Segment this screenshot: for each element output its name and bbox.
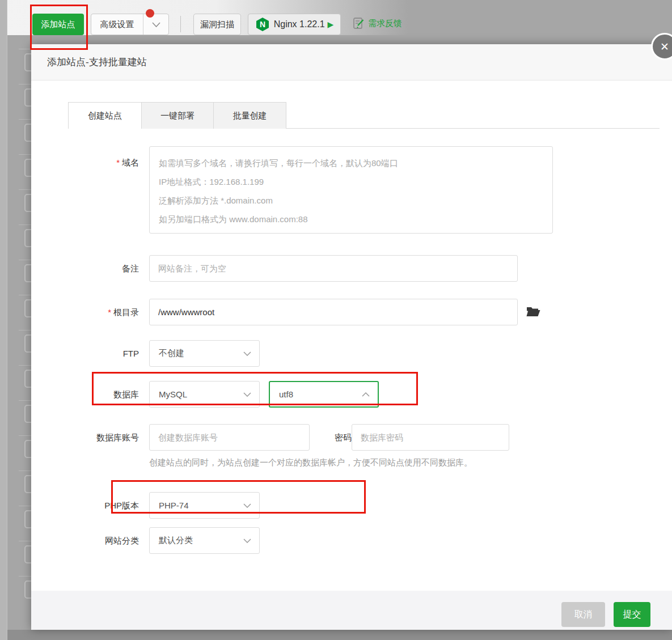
- feedback-link[interactable]: 需求反馈: [353, 17, 402, 29]
- page-left-strip: [0, 0, 7, 640]
- root-label: *根目录: [31, 307, 139, 318]
- chevron-down-icon: [243, 503, 251, 508]
- feedback-icon: [353, 17, 365, 29]
- database-label: 数据库: [31, 389, 139, 400]
- vulnerability-scan-button[interactable]: 漏洞扫描: [193, 14, 241, 35]
- chevron-down-icon: [243, 351, 251, 356]
- modal-title: 添加站点-支持批量建站: [47, 56, 147, 69]
- dimmed-row-divider: [19, 506, 32, 506]
- dimmed-row-divider: [19, 49, 32, 49]
- submit-button[interactable]: 提交: [614, 602, 650, 627]
- db-hint-text: 创建站点的同时，为站点创建一个对应的数据库帐户，方便不同站点使用不同数据库。: [149, 457, 472, 468]
- required-asterisk: *: [116, 158, 120, 167]
- folder-icon[interactable]: [526, 305, 540, 319]
- root-directory-input[interactable]: [149, 299, 518, 325]
- db-account-input[interactable]: [149, 424, 310, 451]
- dimmed-row-divider: [19, 189, 32, 190]
- chevron-down-icon: [243, 392, 251, 397]
- domain-placeholder-line: 如需填写多个域名，请换行填写，每行一个域名，默认为80端口: [159, 154, 543, 172]
- dimmed-row-divider: [19, 224, 32, 225]
- ftp-select[interactable]: 不创建: [149, 340, 260, 367]
- advanced-settings-dropdown[interactable]: [143, 14, 168, 35]
- domain-placeholder-line: IP地址格式：192.168.1.199: [159, 172, 543, 191]
- play-icon: ▶: [328, 20, 334, 29]
- dimmed-row-divider: [19, 260, 32, 260]
- dimmed-row-divider: [19, 295, 32, 295]
- advanced-settings-button[interactable]: 高级设置: [91, 14, 169, 35]
- dimmed-row-divider: [19, 541, 32, 541]
- modal-tabbar: 创建站点 一键部署 批量创建: [68, 102, 660, 129]
- svg-text:N: N: [260, 20, 265, 29]
- db-password-input[interactable]: [352, 424, 509, 451]
- database-type-value: MySQL: [159, 389, 187, 399]
- db-account-label: 数据库账号: [31, 433, 139, 443]
- dimmed-row-divider: [19, 400, 32, 401]
- php-version-value: PHP-74: [159, 501, 189, 510]
- site-category-select[interactable]: 默认分类: [149, 527, 260, 554]
- tab-create-site[interactable]: 创建站点: [68, 102, 142, 129]
- dimmed-row-divider: [19, 471, 32, 471]
- ftp-label: FTP: [31, 349, 139, 358]
- tab-one-click-deploy[interactable]: 一键部署: [142, 102, 214, 129]
- screen: 添加站点 高级设置 漏洞扫描 N Nginx 1.22.1 ▶: [0, 0, 672, 640]
- database-charset-value: utf8: [279, 389, 293, 399]
- chevron-up-icon: [362, 392, 370, 397]
- dimmed-row-divider: [19, 119, 32, 120]
- dimmed-page-bottom: [0, 630, 672, 640]
- php-version-label: PHP版本: [31, 501, 139, 511]
- chevron-down-icon: [152, 22, 160, 27]
- notification-dot: [146, 9, 154, 18]
- note-input[interactable]: [149, 255, 518, 282]
- add-site-button[interactable]: 添加站点: [32, 14, 84, 35]
- dimmed-row-divider: [19, 154, 32, 155]
- site-category-value: 默认分类: [159, 535, 193, 546]
- dimmed-row-divider: [19, 330, 32, 330]
- ftp-select-value: 不创建: [159, 348, 184, 359]
- required-asterisk: *: [108, 307, 111, 317]
- feedback-label: 需求反馈: [368, 18, 402, 29]
- domain-label: *域名: [31, 158, 139, 168]
- site-category-label: 网站分类: [31, 536, 139, 546]
- domain-placeholder-line: 泛解析添加方法 *.domain.com: [159, 191, 543, 210]
- advanced-settings-label: 高级设置: [91, 19, 143, 30]
- chevron-down-icon: [243, 539, 251, 543]
- dimmed-row-divider: [19, 84, 32, 84]
- note-label: 备注: [31, 264, 139, 274]
- modal-footer: 取消 提交: [31, 591, 672, 630]
- domain-placeholder-line: 如另加端口格式为 www.domain.com:88: [159, 210, 543, 228]
- dimmed-row-divider: [19, 576, 32, 577]
- modal-header: 添加站点-支持批量建站: [31, 44, 672, 80]
- database-type-select[interactable]: MySQL: [149, 381, 260, 408]
- add-site-modal: 添加站点-支持批量建站 创建站点 一键部署 批量创建 *域名 如需填写多个域名，…: [31, 44, 672, 630]
- dimmed-row-divider: [19, 435, 32, 436]
- webserver-label: Nginx 1.22.1: [274, 19, 325, 29]
- webserver-button[interactable]: N Nginx 1.22.1 ▶: [248, 14, 341, 35]
- tab-batch-create[interactable]: 批量创建: [214, 102, 286, 129]
- toolbar-divider: [180, 16, 181, 32]
- domain-textarea[interactable]: 如需填写多个域名，请换行填写，每行一个域名，默认为80端口 IP地址格式：192…: [149, 146, 553, 234]
- dimmed-row-divider: [19, 365, 32, 366]
- nginx-logo-icon: N: [255, 17, 270, 32]
- php-version-select[interactable]: PHP-74: [149, 492, 260, 519]
- cancel-button[interactable]: 取消: [561, 602, 605, 627]
- database-charset-select[interactable]: utf8: [269, 381, 379, 408]
- db-password-label: 密码: [318, 433, 352, 443]
